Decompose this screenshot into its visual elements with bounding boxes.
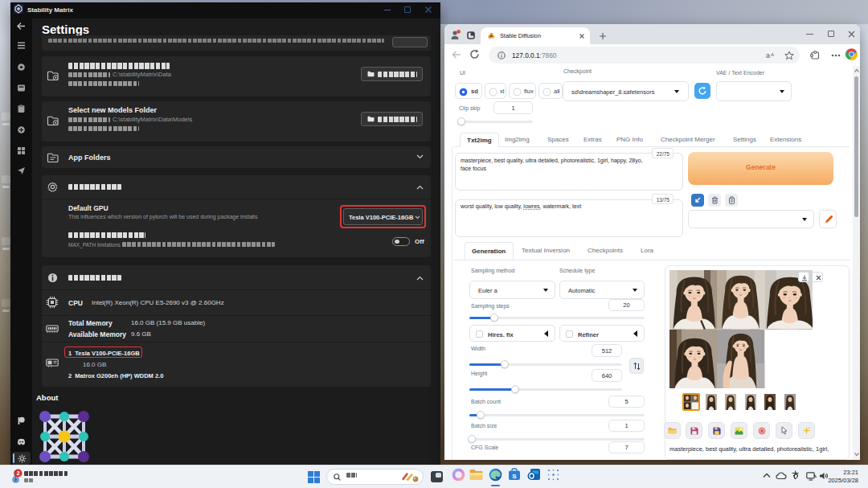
svg-text:2: 2 bbox=[16, 470, 19, 477]
svg-text:A: A bbox=[771, 52, 774, 57]
svg-text:a: a bbox=[766, 51, 770, 59]
svg-text:S: S bbox=[512, 473, 517, 480]
